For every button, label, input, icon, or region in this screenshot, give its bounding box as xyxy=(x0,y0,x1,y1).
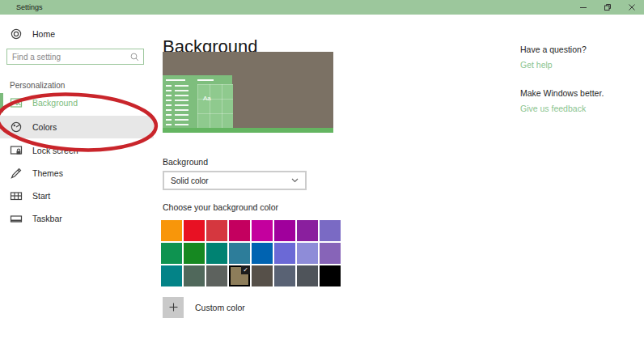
titlebar: Settings xyxy=(0,0,644,15)
preview-menu-header-line xyxy=(166,79,185,81)
search-box xyxy=(6,49,144,65)
sidebar-item-lock-screen[interactable]: Lock screen xyxy=(0,139,154,162)
color-swatch[interactable] xyxy=(229,220,250,241)
color-swatch[interactable] xyxy=(320,265,341,286)
sidebar-item-home[interactable]: Home xyxy=(0,28,154,40)
sidebar-item-themes[interactable]: Themes xyxy=(0,162,154,185)
color-swatch[interactable] xyxy=(274,243,295,264)
sidebar-item-taskbar[interactable]: Taskbar xyxy=(0,207,154,230)
custom-color-row: Custom color xyxy=(163,297,245,318)
sidebar-item-start[interactable]: Start xyxy=(0,185,154,207)
color-swatch[interactable] xyxy=(252,243,273,264)
custom-color-label: Custom color xyxy=(195,303,245,312)
window-title: Settings xyxy=(16,3,43,11)
minimize-icon xyxy=(579,3,587,11)
search-input[interactable] xyxy=(7,53,130,62)
settings-window: Settings xyxy=(0,0,644,348)
color-swatch[interactable] xyxy=(252,265,273,286)
get-help-link[interactable]: Get help xyxy=(520,60,553,70)
color-swatch[interactable] xyxy=(252,220,273,241)
background-preview-thumbnail: Aa xyxy=(163,52,333,133)
close-icon xyxy=(628,3,636,11)
search-icon[interactable] xyxy=(130,53,139,62)
color-swatch[interactable] xyxy=(297,265,318,286)
background-color-grid: ✓ xyxy=(161,220,341,286)
color-swatch[interactable] xyxy=(206,220,227,241)
sidebar-item-label: Colors xyxy=(32,122,57,132)
maximize-restore-button[interactable] xyxy=(595,0,620,15)
sidebar-item-label: Lock screen xyxy=(32,146,78,155)
color-swatch[interactable] xyxy=(320,220,341,241)
preview-menu-item-lines xyxy=(175,85,189,125)
window-controls xyxy=(571,0,644,15)
color-swatch[interactable] xyxy=(274,220,295,241)
chevron-down-icon xyxy=(291,178,299,183)
close-button[interactable] xyxy=(620,0,644,15)
color-swatch[interactable] xyxy=(206,265,227,286)
give-feedback-link[interactable]: Give us feedback xyxy=(520,104,586,113)
sidebar-item-label: Start xyxy=(32,191,50,201)
check-icon: ✓ xyxy=(241,265,250,274)
preview-taskbar xyxy=(163,128,333,133)
color-swatch[interactable] xyxy=(184,265,205,286)
color-swatch[interactable] xyxy=(297,243,318,264)
sidebar-section-label: Personalization xyxy=(10,81,65,90)
color-swatch[interactable] xyxy=(274,265,295,286)
color-swatch[interactable] xyxy=(161,243,182,264)
taskbar-icon xyxy=(10,212,23,225)
restore-icon xyxy=(604,3,612,11)
sidebar-item-label: Taskbar xyxy=(32,214,62,223)
image-icon xyxy=(10,96,23,109)
selected-accent-bar xyxy=(0,93,3,112)
start-tiles-icon xyxy=(10,189,23,202)
plus-icon xyxy=(169,303,178,312)
make-windows-better-label: Make Windows better. xyxy=(520,88,604,98)
themes-icon xyxy=(10,167,23,180)
home-icon xyxy=(10,28,23,40)
sidebar-item-colors[interactable]: Colors xyxy=(0,116,154,138)
preview-tile-panel: Aa xyxy=(197,84,233,128)
choose-color-label: Choose your background color xyxy=(163,202,278,212)
color-swatch[interactable] xyxy=(297,220,318,241)
minimize-button[interactable] xyxy=(571,0,595,15)
color-swatch[interactable] xyxy=(184,243,205,264)
color-swatch[interactable] xyxy=(206,243,227,264)
color-swatch[interactable] xyxy=(320,243,341,264)
preview-aa-label: Aa xyxy=(203,95,211,102)
preview-tile-header-line xyxy=(197,79,214,81)
color-swatch[interactable] xyxy=(184,220,205,241)
sidebar-item-label: Themes xyxy=(32,168,63,178)
color-swatch[interactable] xyxy=(161,220,182,241)
sidebar-item-label: Background xyxy=(32,98,78,108)
sidebar: Home Personalization Background xyxy=(0,15,154,348)
preview-menu-rail-lines xyxy=(166,85,172,130)
color-swatch[interactable] xyxy=(229,243,250,264)
color-swatch-selected[interactable]: ✓ xyxy=(229,265,250,286)
background-dropdown-label: Background xyxy=(163,157,208,167)
color-swatch[interactable] xyxy=(161,265,182,286)
sidebar-home-label: Home xyxy=(32,29,55,39)
palette-icon xyxy=(10,121,23,134)
background-type-dropdown[interactable]: Solid color xyxy=(163,171,307,190)
lockscreen-icon xyxy=(10,144,23,157)
help-question-label: Have a question? xyxy=(520,45,587,54)
custom-color-button[interactable] xyxy=(163,297,184,318)
dropdown-selected-value: Solid color xyxy=(171,176,209,185)
sidebar-item-background[interactable]: Background xyxy=(0,91,154,114)
